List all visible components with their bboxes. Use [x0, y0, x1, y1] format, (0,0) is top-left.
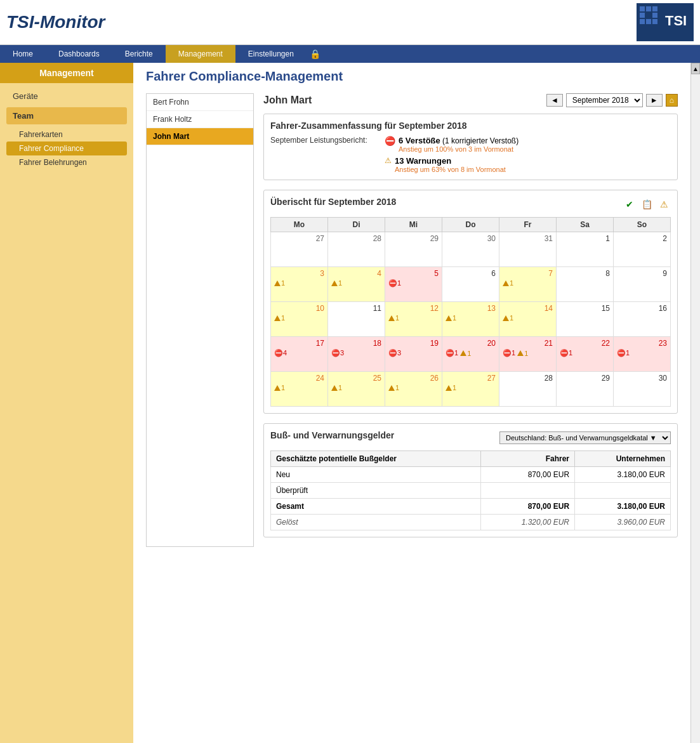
header-logo: TSI	[637, 3, 694, 41]
month-nav: ◄ August 2018 September 2018 Oktober 201…	[546, 93, 678, 107]
warning-icon-summary: ⚠	[385, 156, 392, 165]
sidebar: Management Geräte Team Fahrerkarten Fahr…	[0, 63, 133, 743]
svg-rect-8	[652, 19, 657, 24]
weekday-mi: Mi	[385, 218, 442, 232]
sidebar-item-fahrer-compliance[interactable]: Fahrer Compliance	[6, 141, 127, 155]
fine-catalog-select[interactable]: Deutschland: Buß- und Verwarnungsgeldkat…	[499, 431, 671, 444]
weekday-mo: Mo	[271, 218, 328, 232]
calendar-day-16[interactable]: 16	[614, 302, 671, 337]
weekday-di: Di	[328, 218, 385, 232]
nav-home[interactable]: Home	[0, 45, 46, 63]
calendar-day-24[interactable]: 241	[271, 372, 328, 407]
calendar-day-28[interactable]: 28	[328, 232, 385, 267]
violations-count: 6 Verstöße	[399, 136, 440, 145]
calendar-section: Überischt für September 2018 ✔ 📋 ⚠ Mo	[263, 190, 678, 414]
nav-dashboards[interactable]: Dashboards	[46, 45, 112, 63]
sidebar-item-fahrerkarten[interactable]: Fahrerkarten	[6, 128, 127, 141]
svg-rect-3	[652, 6, 657, 11]
warnings-text: 13 Warnungen	[395, 156, 506, 166]
calendar-day-2[interactable]: 2	[614, 232, 671, 267]
nav-berichte[interactable]: Berichte	[112, 45, 166, 63]
calendar-day-28[interactable]: 28	[499, 372, 557, 407]
calendar-day-26[interactable]: 261	[385, 372, 442, 407]
detail-panel: John Mart ◄ August 2018 September 2018 O…	[263, 93, 678, 547]
driver-list-item-john[interactable]: John Mart	[147, 128, 253, 145]
calendar-day-6[interactable]: 6	[442, 267, 499, 302]
violations-note: (1 korrigierter Verstoß)	[442, 136, 518, 145]
driver-list: Bert Frohn Frank Holtz John Mart	[146, 93, 254, 547]
calendar-day-11[interactable]: 11	[328, 302, 385, 337]
calendar-day-4[interactable]: 41	[328, 267, 385, 302]
svg-rect-6	[640, 19, 645, 24]
calendar-day-7[interactable]: 71	[499, 267, 557, 302]
sidebar-title: Management	[0, 63, 133, 83]
calendar-day-20[interactable]: 20⛔11	[442, 337, 499, 372]
calendar-day-12[interactable]: 121	[385, 302, 442, 337]
calendar-day-21[interactable]: 21⛔11	[499, 337, 557, 372]
weekday-sa: Sa	[557, 218, 614, 232]
calendar-day-29[interactable]: 29	[385, 232, 442, 267]
calendar-day-5[interactable]: 5⛔1	[385, 267, 442, 302]
calendar-table: Mo Di Mi Do Fr Sa So 2728293031	[270, 217, 671, 407]
warnings-trend: Anstieg um 63% von 8 im Vormonat	[395, 166, 506, 173]
weekday-do: Do	[442, 218, 499, 232]
calendar-day-17[interactable]: 17⛔4	[271, 337, 328, 372]
sidebar-item-fahrer-belehrungen[interactable]: Fahrer Belehrungen	[6, 155, 127, 169]
lock-icon: 🔒	[310, 49, 320, 59]
calendar-day-9[interactable]: 9	[614, 267, 671, 302]
driver-list-item-bert[interactable]: Bert Frohn	[147, 94, 253, 111]
sidebar-item-geraete[interactable]: Geräte	[6, 88, 127, 104]
calendar-title: Überischt für September 2018	[270, 197, 396, 207]
warnings-count: 13 Warnungen	[395, 156, 451, 166]
svg-text:TSI: TSI	[665, 13, 687, 29]
calendar-day-10[interactable]: 101	[271, 302, 328, 337]
scroll-up-button[interactable]: ▲	[691, 63, 700, 74]
svg-rect-5	[652, 13, 657, 18]
summary-period-label: September Leistungsbericht:	[270, 136, 372, 145]
calendar-warning-icon[interactable]: ⚠	[657, 197, 671, 211]
fine-col-header-1: Geschätzte potentielle Bußgelder	[271, 451, 481, 467]
calendar-day-31[interactable]: 31	[499, 232, 557, 267]
calendar-day-27[interactable]: 27	[271, 232, 328, 267]
calendar-day-27[interactable]: 271	[442, 372, 499, 407]
app-title: TSI-Monitor	[6, 12, 105, 32]
nav-management[interactable]: Management	[166, 45, 235, 63]
summary-items: ⛔ 6 Verstöße (1 korrigierter Verstoß) An…	[385, 136, 518, 173]
scrollbar[interactable]: ▲ ▼	[690, 63, 700, 743]
calendar-day-14[interactable]: 141	[499, 302, 557, 337]
calendar-day-13[interactable]: 131	[442, 302, 499, 337]
calendar-check-icon[interactable]: ✔	[623, 197, 637, 211]
svg-rect-1	[640, 6, 645, 11]
fine-row-gelöst: Gelöst1.320,00 EUR3.960,00 EUR	[271, 515, 671, 530]
nav-einstellungen[interactable]: Einstellungen	[235, 45, 307, 63]
svg-rect-2	[646, 6, 651, 11]
fine-col-header-2: Fahrer	[481, 451, 575, 467]
sidebar-section-team: Team	[6, 107, 127, 124]
fines-section: Buß- und Verwarnungsgelder Deutschland: …	[263, 423, 678, 537]
calendar-day-3[interactable]: 31	[271, 267, 328, 302]
calendar-day-25[interactable]: 251	[328, 372, 385, 407]
fine-col-header-3: Unternehmen	[575, 451, 671, 467]
fine-row-überprüft: Überprüft	[271, 483, 671, 499]
calendar-day-22[interactable]: 22⛔1	[557, 337, 614, 372]
home-month-button[interactable]: ⌂	[666, 94, 678, 107]
calendar-day-29[interactable]: 29	[557, 372, 614, 407]
calendar-clipboard-icon[interactable]: 📋	[640, 197, 654, 211]
calendar-day-19[interactable]: 19⛔3	[385, 337, 442, 372]
next-month-button[interactable]: ►	[646, 94, 663, 107]
warnings-item: ⚠ 13 Warnungen Anstieg um 63% von 8 im V…	[385, 156, 518, 173]
calendar-day-23[interactable]: 23⛔1	[614, 337, 671, 372]
error-icon: ⛔	[385, 136, 395, 146]
driver-header: John Mart ◄ August 2018 September 2018 O…	[263, 93, 678, 107]
calendar-day-15[interactable]: 15	[557, 302, 614, 337]
calendar-day-30[interactable]: 30	[614, 372, 671, 407]
calendar-day-30[interactable]: 30	[442, 232, 499, 267]
month-select[interactable]: August 2018 September 2018 Oktober 2018	[566, 93, 643, 107]
calendar-day-8[interactable]: 8	[557, 267, 614, 302]
driver-list-item-frank[interactable]: Frank Holtz	[147, 111, 253, 128]
calendar-day-1[interactable]: 1	[557, 232, 614, 267]
calendar-day-18[interactable]: 18⛔3	[328, 337, 385, 372]
prev-month-button[interactable]: ◄	[546, 94, 563, 107]
violations-text: 6 Verstöße (1 korrigierter Verstoß)	[399, 136, 518, 145]
summary-section: Fahrer-Zusammenfassung für September 201…	[263, 114, 678, 180]
